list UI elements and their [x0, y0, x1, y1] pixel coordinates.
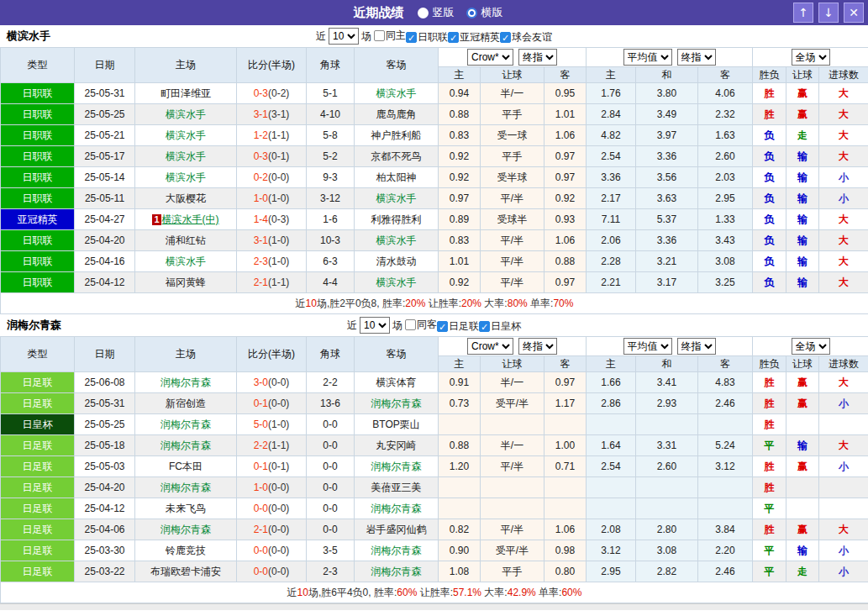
match-count-select[interactable]: 10: [360, 317, 390, 334]
team-link[interactable]: 横滨水手: [166, 129, 206, 141]
filter-controls: 近 10 场 同客✓日足联✓日皇杯: [0, 314, 868, 336]
goals-result-cell: 大: [819, 251, 868, 272]
goals-result-cell: 小: [819, 188, 868, 209]
handicap-home-odds: [439, 498, 481, 519]
team-link[interactable]: 横滨水手: [376, 276, 417, 288]
filter-checkbox[interactable]: ✓日职联: [406, 30, 448, 45]
home-team-cell: 新宿创造: [135, 393, 237, 414]
avg-select[interactable]: 平均值: [623, 338, 672, 355]
away-team-cell: 润梅尔青森: [355, 498, 439, 519]
team-link[interactable]: 润梅尔青森: [371, 398, 422, 409]
col-handicap-result: 让球: [786, 356, 819, 372]
radio-horizontal-label: 横版: [481, 5, 503, 20]
match-count-select[interactable]: 10: [329, 28, 359, 45]
bookmaker-select[interactable]: Crow*: [467, 338, 513, 355]
avg-final-select[interactable]: 终指: [677, 49, 716, 66]
team-link[interactable]: 润梅尔青森: [371, 461, 422, 472]
avg-draw-odds: 2.82: [636, 561, 698, 582]
corner-cell: 0-0: [307, 435, 355, 456]
team-link[interactable]: 润梅尔青森: [160, 482, 211, 493]
move-up-button[interactable]: ↑: [793, 3, 813, 23]
handicap-result-cell: 赢: [786, 104, 819, 125]
move-down-button[interactable]: ↓: [818, 3, 839, 23]
team-link: 大阪樱花: [166, 192, 206, 204]
filter-checkbox[interactable]: ✓日足联: [437, 319, 479, 334]
handicap-result-cell: 输: [786, 146, 819, 167]
crow-final-select[interactable]: 终指: [518, 49, 557, 66]
team-link[interactable]: 润梅尔青森: [160, 524, 211, 535]
match-row: 日足联25-05-03FC本田0-1(0-1)0-0润梅尔青森1.20平/半0.…: [1, 456, 868, 477]
date-cell: 25-04-12: [75, 272, 135, 293]
checkbox-icon[interactable]: [374, 30, 385, 41]
radio-vertical-icon[interactable]: [418, 8, 429, 18]
avg-odds-group: 平均值 终指: [587, 337, 753, 356]
team-section: 润梅尔青森 近 10 场 同客✓日足联✓日皇杯 类型 日期 主场: [0, 314, 868, 603]
avg-draw-odds: 3.36: [636, 146, 698, 167]
team-link[interactable]: 横滨水手: [376, 192, 417, 204]
avg-draw-odds: 3.97: [636, 125, 698, 146]
home-team-cell: 铃鹿竞技: [135, 540, 237, 561]
date-cell: 25-04-20: [75, 477, 135, 498]
bookmaker-select[interactable]: Crow*: [467, 49, 513, 66]
team-link: 横滨体育: [376, 376, 417, 388]
handicap-result-cell: 赢: [786, 456, 819, 477]
handicap-line: 受平/半: [481, 393, 544, 414]
team-link[interactable]: 横滨水手: [166, 255, 206, 267]
crow-final-select[interactable]: 终指: [518, 338, 557, 355]
corner-cell: 13-6: [307, 393, 355, 414]
checkbox-icon[interactable]: ✓: [437, 321, 448, 332]
checkbox-icon[interactable]: ✓: [500, 32, 511, 43]
handicap-result-cell: 赢: [786, 83, 819, 104]
col-crow-handicap: 让球: [481, 356, 544, 372]
team-link[interactable]: 横滨水手: [376, 234, 417, 246]
close-button[interactable]: ✕: [844, 3, 864, 23]
avg-home-odds: [587, 498, 636, 519]
checkbox-icon[interactable]: [405, 319, 416, 330]
avg-away-odds: 3.84: [698, 519, 753, 540]
handicap-line: 平手: [481, 146, 544, 167]
scope-select[interactable]: 全场: [792, 49, 830, 66]
handicap-line: 平/半: [481, 519, 544, 540]
radio-vertical[interactable]: 竖版: [418, 5, 455, 20]
filter-checkbox[interactable]: ✓日皇杯: [479, 319, 521, 334]
home-team-cell: FC本田: [135, 456, 237, 477]
filter-checkbox[interactable]: ✓亚冠精英: [448, 30, 500, 45]
team-link[interactable]: 润梅尔青森: [160, 419, 211, 430]
avg-final-select[interactable]: 终指: [677, 338, 716, 355]
away-team-cell: 京都不死鸟: [355, 146, 439, 167]
team-link[interactable]: 润梅尔青森: [371, 545, 422, 556]
radio-horizontal[interactable]: 横版: [466, 5, 503, 20]
checkbox-icon[interactable]: ✓: [406, 32, 417, 43]
team-link[interactable]: 横滨水手: [376, 87, 417, 99]
avg-select[interactable]: 平均值: [623, 49, 672, 66]
result-cell: 负: [753, 272, 786, 293]
checkbox-icon[interactable]: ✓: [448, 32, 459, 43]
col-result: 胜负: [753, 67, 786, 83]
team-link[interactable]: 横滨水手: [166, 108, 206, 120]
score-cell: 0-1(0-1): [237, 456, 307, 477]
handicap-away-odds: 1.00: [544, 435, 587, 456]
handicap-home-odds: 1.08: [439, 561, 481, 582]
avg-away-odds: 2.20: [698, 540, 753, 561]
avg-home-odds: 1.64: [587, 435, 636, 456]
radio-horizontal-icon[interactable]: [466, 8, 477, 18]
team-link[interactable]: 润梅尔青森: [160, 376, 211, 388]
team-link[interactable]: 横滨水手: [166, 171, 206, 183]
avg-draw-odds: 3.08: [636, 540, 698, 561]
col-avg-home: 主: [587, 67, 636, 83]
filter-checkbox[interactable]: ✓球会友谊: [500, 30, 552, 45]
team-link[interactable]: 横滨水手(中): [162, 213, 219, 225]
team-link[interactable]: 润梅尔青森: [371, 566, 422, 577]
team-link[interactable]: 润梅尔青森: [371, 503, 422, 514]
filter-checkbox[interactable]: 同客: [405, 318, 437, 332]
checkbox-icon[interactable]: ✓: [479, 321, 490, 332]
avg-home-odds: 2.17: [587, 188, 636, 209]
team-link[interactable]: 润梅尔青森: [160, 440, 211, 451]
team-link[interactable]: 横滨水手: [166, 150, 206, 162]
result-cell: 负: [753, 146, 786, 167]
filter-checkbox[interactable]: 同主: [374, 29, 406, 43]
scope-select[interactable]: 全场: [792, 338, 830, 355]
avg-draw-odds: 3.41: [636, 372, 698, 393]
handicap-line: 受一球: [481, 125, 544, 146]
handicap-line: [481, 477, 544, 498]
